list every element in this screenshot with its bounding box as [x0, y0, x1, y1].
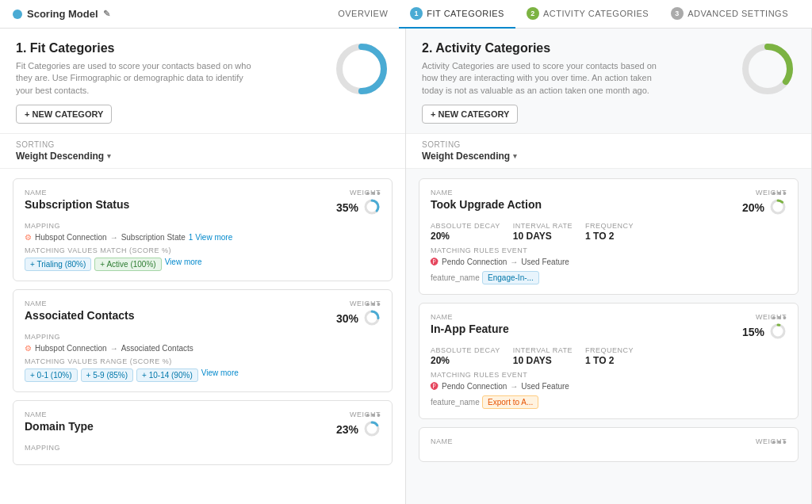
top-nav: Scoring Model ✎ Overview 1 Fit Categorie…: [0, 0, 812, 29]
activity-card-inapp-header: NAME In-App Feature WEIGHT 15%: [431, 313, 787, 340]
edit-icon[interactable]: ✎: [103, 9, 110, 19]
activity-card-inapp-mapping: 🅟 Pendo Connection → Used Feature: [431, 382, 787, 391]
activity-card-upgrade-event: Used Feature: [521, 258, 569, 266]
fit-card-domain-header: NAME Domain Type WEIGHT 23%: [25, 410, 381, 437]
activity-card-inapp-event: Used Feature: [521, 382, 569, 391]
hubspot-icon: ⚙: [25, 233, 32, 242]
activity-card-partial-name-label: NAME: [431, 437, 756, 445]
scoring-model-dot: [13, 10, 22, 19]
activity-card-upgrade-rules-label: MATCHING RULES EVENT: [431, 246, 787, 254]
activity-card-inapp-connection: Pendo Connection: [442, 382, 507, 391]
fit-panel-header: 1. Fit Categories Fit Categories are use…: [0, 29, 405, 134]
fit-sorting-chevron: ▾: [107, 152, 111, 160]
tab-activity-label: Activity Categories: [543, 9, 649, 18]
fit-card-assoc-arrow: →: [110, 344, 118, 353]
fit-card-assoc-weight-value: 30%: [336, 312, 358, 325]
interval-value: 10 DAYS: [513, 231, 573, 242]
fit-panel-desc: Fit Categories are used to score your co…: [16, 60, 254, 97]
activity-card-upgrade-interval: INTERVAL RATE 10 DAYS: [513, 222, 573, 242]
fit-card-sub-weight-row: 35%: [336, 198, 381, 216]
activity-panel-title: 2. Activity Categories: [422, 41, 660, 55]
activity-sorting-value-text: Weight Descending: [422, 151, 510, 162]
fit-card-assoc-matching-label: MATCHING VALUES RANGE (SCORE %): [25, 357, 381, 365]
activity-sorting-dropdown[interactable]: Weight Descending ▾: [422, 151, 795, 162]
interval-label: INTERVAL RATE: [513, 222, 573, 230]
fit-donut-chart: [334, 41, 389, 97]
activity-panel-desc: Activity Categories are used to score yo…: [422, 60, 660, 97]
fit-card-sub-target: Subscription State: [121, 233, 186, 242]
fit-card-domain-name-label: NAME: [25, 410, 336, 418]
activity-card-inapp-name-value: In-App Feature: [431, 323, 742, 335]
tab-advanced-settings[interactable]: 3 Advanced Settings: [660, 0, 799, 29]
fit-card-sub-val-2: + Active (100%): [94, 258, 161, 271]
abs-decay-label: ABSOLUTE DECAY: [431, 222, 500, 230]
tab-overview[interactable]: Overview: [327, 0, 399, 29]
activity-panel-header: 2. Activity Categories Activity Categori…: [406, 29, 811, 134]
activity-card-upgrade-frequency: FREQUENCY 1 TO 2: [585, 222, 634, 242]
fit-sorting-row: SORTING Weight Descending ▾: [0, 134, 405, 169]
fit-card-associated: ••• NAME Associated Contacts WEIGHT 30%: [13, 289, 393, 392]
fit-card-assoc-connection: Hubspot Connection: [35, 344, 107, 353]
fit-card-sub-connection: Hubspot Connection: [35, 233, 107, 242]
fit-card-sub-arrow: →: [110, 233, 118, 242]
fit-card-sub-values-more[interactable]: View more: [165, 258, 202, 271]
activity-card-upgrade-connection: Pendo Connection: [442, 258, 507, 266]
activity-card-inapp-menu[interactable]: •••: [772, 311, 788, 324]
abs-decay-value: 20%: [431, 231, 500, 242]
fit-card-assoc-mapping-label: MAPPING: [25, 333, 381, 341]
fit-card-assoc-name-value: Associated Contacts: [25, 309, 336, 322]
inapp-abs-decay-value: 20%: [431, 355, 500, 366]
tab-activity-categories[interactable]: 2 Activity Categories: [515, 0, 660, 29]
activity-card-inapp: ••• NAME In-App Feature WEIGHT 15%: [419, 303, 799, 419]
fit-card-domain-weight-row: 23%: [336, 420, 381, 437]
fit-card-sub-weight-value: 35%: [336, 201, 358, 214]
pendo-icon-1: 🅟: [431, 258, 439, 266]
activity-card-upgrade-name-value: Took Upgrade Action: [431, 198, 742, 211]
fit-card-assoc-val-1: + 0-1 (10%): [25, 368, 78, 382]
activity-card-upgrade: ••• NAME Took Upgrade Action WEIGHT 20%: [419, 178, 799, 295]
fit-sorting-dropdown[interactable]: Weight Descending ▾: [16, 151, 389, 162]
activity-card-upgrade-weight-value: 20%: [742, 201, 764, 214]
fit-panel-title: 1. Fit Categories: [16, 41, 254, 55]
fit-panel: 1. Fit Categories Fit Categories are use…: [0, 29, 406, 504]
fit-card-sub-mapping-label: MAPPING: [25, 222, 381, 230]
activity-sorting-chevron: ▾: [513, 152, 517, 160]
activity-card-upgrade-mapping: 🅟 Pendo Connection → Used Feature: [431, 258, 787, 266]
fit-card-subscription-menu[interactable]: •••: [366, 187, 382, 200]
activity-new-category-button[interactable]: + NEW CATEGORY: [422, 105, 518, 124]
main-content: 1. Fit Categories Fit Categories are use…: [0, 29, 812, 504]
tab-advanced-label: Advanced Settings: [688, 9, 788, 18]
fit-card-subscription: ••• NAME Subscription Status WEIGHT 35%: [13, 178, 393, 281]
fit-card-domain-weight-value: 23%: [336, 423, 358, 436]
fit-card-sub-name-label: NAME: [25, 189, 336, 197]
fit-card-assoc-values-more[interactable]: View more: [201, 368, 239, 382]
activity-card-upgrade-weight-row: 20%: [742, 198, 787, 216]
step-1-circle: 1: [410, 7, 423, 20]
fit-sorting-value-text: Weight Descending: [16, 151, 104, 162]
fit-card-domain-menu[interactable]: •••: [366, 409, 382, 422]
activity-card-inapp-decay-row: ABSOLUTE DECAY 20% INTERVAL RATE 10 DAYS…: [431, 346, 787, 366]
fit-card-sub-view-more[interactable]: 1 View more: [189, 233, 232, 242]
scoring-model-text: Scoring Model: [27, 8, 98, 20]
inapp-interval-value: 10 DAYS: [513, 355, 573, 366]
activity-card-upgrade-feature: Engage-In-...: [482, 271, 539, 284]
activity-panel: 2. Activity Categories Activity Categori…: [406, 29, 812, 504]
activity-card-partial: ••• NAME WEIGHT: [419, 427, 799, 462]
activity-card-upgrade-menu[interactable]: •••: [772, 187, 788, 200]
tab-fit-categories[interactable]: 1 Fit Categories: [399, 0, 515, 29]
fit-new-category-button[interactable]: + NEW CATEGORY: [16, 105, 112, 124]
activity-card-inapp-abs-decay: ABSOLUTE DECAY 20%: [431, 346, 500, 366]
activity-card-inapp-arc: [769, 323, 787, 340]
activity-sorting-row: SORTING Weight Descending ▾: [406, 134, 811, 169]
inapp-abs-decay-label: ABSOLUTE DECAY: [431, 346, 500, 354]
activity-card-inapp-weight-value: 15%: [742, 326, 764, 338]
frequency-value: 1 TO 2: [585, 231, 634, 242]
fit-card-associated-menu[interactable]: •••: [366, 298, 382, 311]
activity-card-partial-menu[interactable]: •••: [772, 436, 788, 449]
fit-card-domain: ••• NAME Domain Type WEIGHT 23%: [13, 400, 393, 465]
fit-card-assoc-target: Associated Contacts: [121, 344, 193, 353]
activity-card-partial-header: NAME WEIGHT: [431, 437, 787, 445]
fit-card-assoc-values: + 0-1 (10%) + 5-9 (85%) + 10-14 (90%) Vi…: [25, 368, 381, 382]
step-2-circle: 2: [527, 7, 539, 20]
activity-card-upgrade-header: NAME Took Upgrade Action WEIGHT 20%: [431, 189, 787, 216]
